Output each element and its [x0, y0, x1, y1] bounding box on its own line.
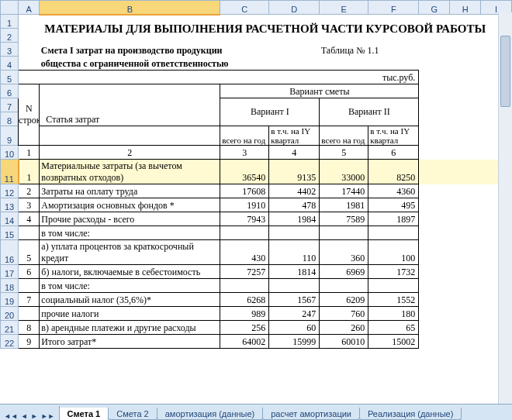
tab-nav-buttons[interactable]: ◄◄ ◄ ► ►►: [0, 412, 59, 420]
cell[interactable]: [320, 279, 368, 293]
row-header[interactable]: 18: [1, 279, 19, 293]
tab-next-icon[interactable]: ►: [30, 412, 39, 420]
row-header[interactable]: 20: [1, 307, 19, 321]
cell[interactable]: 8250: [368, 160, 419, 184]
cell[interactable]: 17440: [320, 184, 368, 198]
row-header[interactable]: 8: [1, 112, 19, 126]
cell[interactable]: 7257: [220, 265, 269, 279]
row-header[interactable]: 21: [1, 321, 19, 335]
grid[interactable]: A B C D E F G H I 1 МАТЕРИАЛЫ ДЛЯ ВЫПОЛН…: [0, 0, 512, 349]
cell[interactable]: 360: [320, 240, 368, 265]
sheet-tab[interactable]: расчет амортизации: [262, 408, 360, 420]
col-H[interactable]: H: [450, 1, 481, 15]
cell[interactable]: 1897: [368, 212, 419, 226]
cell[interactable]: 1567: [269, 293, 320, 307]
cell[interactable]: [269, 279, 320, 293]
column-header-row[interactable]: A B C D E F G H I: [1, 1, 512, 15]
row-header[interactable]: 15: [1, 226, 19, 240]
row-header[interactable]: 5: [1, 71, 19, 84]
cell[interactable]: 60010: [320, 335, 368, 349]
cell[interactable]: 1552: [368, 293, 419, 307]
row-n: 2: [19, 184, 40, 198]
cell[interactable]: 478: [269, 198, 320, 212]
colnum: 6: [368, 146, 419, 160]
sheet-tab[interactable]: Смета 1: [59, 408, 109, 420]
cell[interactable]: 1910: [220, 198, 269, 212]
row-header[interactable]: 14: [1, 212, 19, 226]
row-header[interactable]: 19: [1, 293, 19, 307]
cell[interactable]: 989: [220, 307, 269, 321]
col-A[interactable]: A: [19, 1, 40, 15]
cell[interactable]: 64002: [220, 335, 269, 349]
col-C[interactable]: C: [220, 1, 269, 15]
row-header[interactable]: 22: [1, 335, 19, 349]
row-header[interactable]: 17: [1, 265, 19, 279]
cell[interactable]: 1814: [269, 265, 320, 279]
cell[interactable]: 36540: [220, 160, 269, 184]
cell[interactable]: 4402: [269, 184, 320, 198]
col-B[interactable]: B: [40, 1, 220, 15]
cell[interactable]: 260: [320, 321, 368, 335]
row-header[interactable]: 13: [1, 198, 19, 212]
cell[interactable]: 495: [368, 198, 419, 212]
cell[interactable]: 17608: [220, 184, 269, 198]
cell[interactable]: 1984: [269, 212, 320, 226]
col-E[interactable]: E: [320, 1, 368, 15]
sheet-tab[interactable]: Реализация (данные): [359, 408, 462, 420]
cell[interactable]: 6268: [220, 293, 269, 307]
row-header[interactable]: 7: [1, 98, 19, 112]
cell[interactable]: [368, 279, 419, 293]
cell[interactable]: 110: [269, 240, 320, 265]
cell[interactable]: 7589: [320, 212, 368, 226]
cell[interactable]: [220, 279, 269, 293]
row-header[interactable]: 11: [1, 160, 19, 184]
cell[interactable]: 1732: [368, 265, 419, 279]
row-header[interactable]: 4: [1, 57, 19, 71]
cell[interactable]: [269, 226, 320, 240]
sheet-tab[interactable]: амортизация (данные): [157, 408, 264, 420]
tab-prev-icon[interactable]: ◄: [20, 412, 29, 420]
row-label: б) налоги, включаемые в себестоимость: [40, 265, 220, 279]
row-n: 3: [19, 198, 40, 212]
col-G[interactable]: G: [419, 1, 450, 15]
vertical-scrollbar[interactable]: [498, 12, 512, 405]
cell[interactable]: 65: [368, 321, 419, 335]
cell[interactable]: 15999: [269, 335, 320, 349]
cell[interactable]: [368, 226, 419, 240]
col-F[interactable]: F: [368, 1, 419, 15]
row-header[interactable]: 6: [1, 84, 19, 98]
cell[interactable]: [320, 226, 368, 240]
row-header[interactable]: 9: [1, 126, 19, 146]
row-header[interactable]: 12: [1, 184, 19, 198]
cell[interactable]: 6209: [320, 293, 368, 307]
cell[interactable]: 760: [320, 307, 368, 321]
cell[interactable]: 180: [368, 307, 419, 321]
cell[interactable]: 247: [269, 307, 320, 321]
row-n: 8: [19, 321, 40, 335]
cell[interactable]: 33000: [320, 160, 368, 184]
cell[interactable]: 1981: [320, 198, 368, 212]
cell[interactable]: 6969: [320, 265, 368, 279]
page-title: МАТЕРИАЛЫ ДЛЯ ВЫПОЛНЕНИЯ РАСЧЕТНОЙ ЧАСТИ…: [19, 15, 512, 43]
tab-last-icon[interactable]: ►►: [40, 412, 56, 420]
cell[interactable]: 9135: [269, 160, 320, 184]
cell[interactable]: 7943: [220, 212, 269, 226]
spreadsheet-view: A B C D E F G H I 1 МАТЕРИАЛЫ ДЛЯ ВЫПОЛН…: [0, 0, 512, 420]
cell[interactable]: 4360: [368, 184, 419, 198]
cell[interactable]: [220, 226, 269, 240]
cell[interactable]: 60: [269, 321, 320, 335]
cell[interactable]: 430: [220, 240, 269, 265]
select-all-corner[interactable]: [1, 1, 19, 15]
row-header[interactable]: 16: [1, 240, 19, 265]
row-header[interactable]: 2: [1, 29, 19, 43]
row-header[interactable]: 10: [1, 146, 19, 160]
cell[interactable]: 256: [220, 321, 269, 335]
tab-first-icon[interactable]: ◄◄: [3, 412, 19, 420]
scroll-thumb[interactable]: [500, 36, 510, 107]
cell[interactable]: 15002: [368, 335, 419, 349]
row-header[interactable]: 1: [1, 15, 19, 29]
sheet-tab[interactable]: Смета 2: [108, 408, 157, 420]
row-header[interactable]: 3: [1, 43, 19, 57]
col-D[interactable]: D: [269, 1, 320, 15]
cell[interactable]: 100: [368, 240, 419, 265]
